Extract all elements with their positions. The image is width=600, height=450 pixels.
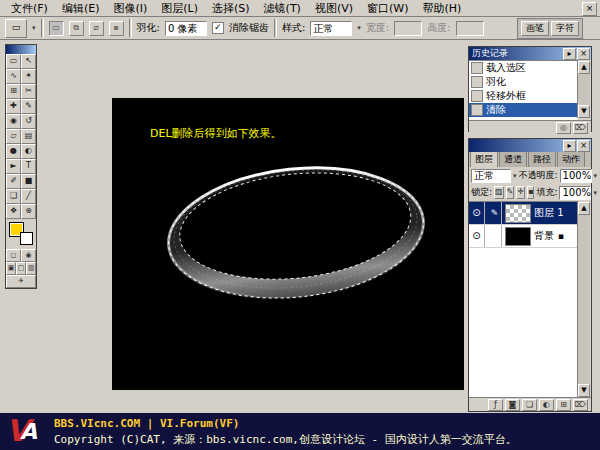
trash-icon[interactable]: ⌦ [573, 122, 588, 134]
history-item[interactable]: 轻移外框 [469, 89, 578, 103]
history-brush-tool[interactable]: ↺ [21, 114, 36, 129]
adjustment-layer-icon[interactable]: ◐ [539, 399, 554, 411]
lock-all-icon[interactable]: ▪ [527, 186, 534, 199]
eraser-tool[interactable]: ▱ [6, 129, 21, 144]
layer-mask-icon[interactable]: ◙ [505, 399, 520, 411]
quick-mask-mode-icon[interactable]: ◉ [21, 249, 36, 262]
magic-wand-tool[interactable]: ✶ [21, 69, 36, 84]
scroll-down-icon[interactable]: ▼ [578, 384, 590, 397]
opacity-input[interactable]: 100% [560, 169, 592, 183]
zoom-tool[interactable]: ⊕ [21, 204, 36, 219]
menu-view[interactable]: 视图(V) [308, 0, 360, 17]
style-select[interactable]: 正常 [310, 21, 352, 36]
visibility-eye-icon[interactable]: ⊙ [469, 225, 485, 247]
menu-help[interactable]: 帮助(H) [415, 0, 468, 17]
trash-icon[interactable]: ⌦ [573, 399, 588, 411]
panel-menu-icon[interactable]: ▸ [563, 140, 576, 152]
style-dropdown-icon[interactable]: ▾ [357, 24, 361, 32]
new-selection-mode-icon[interactable]: ▭ [49, 21, 64, 36]
dodge-tool[interactable]: ◐ [21, 144, 36, 159]
palette-well-tab-character[interactable]: 字符 [551, 21, 579, 36]
full-screen-menubar-icon[interactable]: ▢ [16, 262, 26, 275]
move-tool[interactable]: ↖ [21, 54, 36, 69]
feather-input[interactable]: 0 像素 [165, 21, 207, 36]
intersect-selection-mode-icon[interactable]: ⧆ [109, 21, 124, 36]
lock-position-icon[interactable]: ✛ [516, 186, 525, 199]
history-scrollbar[interactable]: ▲ ▼ [577, 61, 590, 118]
menu-edit[interactable]: 编辑(E) [55, 0, 107, 17]
hand-tool[interactable]: ❖ [6, 204, 21, 219]
scroll-down-icon[interactable]: ▼ [578, 105, 590, 118]
lock-image-icon[interactable]: ✎ [506, 186, 515, 199]
standard-screen-icon[interactable]: ▣ [6, 262, 16, 275]
menu-select[interactable]: 选择(S) [205, 0, 257, 17]
notes-tool[interactable]: ❏ [6, 189, 21, 204]
new-snapshot-icon[interactable]: ◎ [556, 122, 571, 134]
healing-brush-tool[interactable]: ✚ [6, 99, 21, 114]
layers-panel-titlebar[interactable]: ▸ × [469, 139, 591, 152]
clone-stamp-tool[interactable]: ◉ [6, 114, 21, 129]
lasso-tool[interactable]: ∿ [6, 69, 21, 84]
layer-name[interactable]: 图层 1 [534, 206, 564, 220]
toolbox-titlebar[interactable] [6, 45, 36, 54]
panel-menu-icon[interactable]: ▸ [563, 48, 576, 60]
blur-tool[interactable]: ● [6, 144, 21, 159]
tab-actions[interactable]: 动作 [557, 151, 585, 167]
layer-thumbnail[interactable] [505, 227, 531, 246]
layer-row-background[interactable]: ⊙ 背景 ▪ [469, 225, 578, 248]
slice-tool[interactable]: ✂ [21, 84, 36, 99]
document-canvas[interactable]: DEL删除后得到如下效果。 [112, 98, 464, 390]
tab-layers[interactable]: 图层 [470, 151, 498, 167]
layer-row-layer1[interactable]: ⊙ ✎ 图层 1 [469, 202, 578, 225]
scroll-up-icon[interactable]: ▲ [578, 61, 590, 74]
tool-preset-dropdown-icon[interactable]: ▾ [32, 24, 36, 32]
tab-paths[interactable]: 路径 [528, 151, 556, 167]
eyedropper-tool[interactable]: ╱ [21, 189, 36, 204]
link-column[interactable] [488, 225, 502, 247]
gradient-tool[interactable]: ▤ [21, 129, 36, 144]
rectangular-marquee-tool[interactable]: ▭ [6, 54, 21, 69]
layer-thumbnail[interactable] [505, 204, 531, 223]
menu-file[interactable]: 文件(F) [4, 0, 55, 17]
history-item[interactable]: 载入选区 [469, 61, 578, 75]
menu-filter[interactable]: 滤镜(T) [257, 0, 308, 17]
shape-tool[interactable]: ■ [21, 174, 36, 189]
crop-tool[interactable]: ⊞ [6, 84, 21, 99]
menu-image[interactable]: 图像(I) [106, 0, 154, 17]
antialias-checkbox[interactable]: ✓ [212, 22, 224, 34]
visibility-eye-icon[interactable]: ⊙ [469, 202, 485, 224]
scroll-up-icon[interactable]: ▲ [578, 202, 590, 215]
add-selection-mode-icon[interactable]: ⧉ [69, 21, 84, 36]
pen-tool[interactable]: ✐ [6, 174, 21, 189]
fill-dropdown-icon[interactable]: ▾ [593, 189, 597, 197]
layer-name[interactable]: 背景 [534, 229, 554, 243]
background-color-swatch[interactable] [20, 232, 33, 245]
blend-mode-select[interactable]: 正常 [471, 169, 511, 183]
layers-scrollbar[interactable]: ▲ ▼ [577, 202, 590, 397]
subtract-selection-mode-icon[interactable]: ⧄ [89, 21, 104, 36]
lock-transparency-icon[interactable]: ▨ [494, 186, 504, 199]
jump-to-imageready-icon[interactable]: ✈ [6, 275, 36, 288]
opacity-dropdown-icon[interactable]: ▾ [594, 172, 598, 180]
full-screen-icon[interactable]: ▥ [26, 262, 36, 275]
history-item-selected[interactable]: 清除 [469, 103, 578, 117]
layer-set-icon[interactable]: ❏ [522, 399, 537, 411]
standard-mode-icon[interactable]: ◻ [6, 249, 21, 262]
path-selection-tool[interactable]: ► [6, 159, 21, 174]
type-tool[interactable]: T [21, 159, 36, 174]
fill-input[interactable]: 100% [559, 186, 591, 200]
close-icon[interactable]: × [582, 2, 597, 16]
brush-tool[interactable]: ✎ [21, 99, 36, 114]
layer-effects-icon[interactable]: ƒ [488, 399, 503, 411]
tab-channels[interactable]: 通道 [499, 151, 527, 167]
history-item[interactable]: 羽化 [469, 75, 578, 89]
close-icon[interactable]: × [577, 48, 590, 60]
tool-preset-icon[interactable]: ▭ [5, 19, 27, 38]
blend-mode-dropdown-icon[interactable]: ▾ [513, 172, 517, 180]
close-icon[interactable]: × [577, 140, 590, 152]
history-panel-titlebar[interactable]: 历史记录 ▸ × [469, 47, 591, 60]
palette-well-tab-brushes[interactable]: 画笔 [521, 21, 549, 36]
menu-window[interactable]: 窗口(W) [360, 0, 415, 17]
new-layer-icon[interactable]: ⊞ [556, 399, 571, 411]
menu-layer[interactable]: 图层(L) [154, 0, 205, 17]
